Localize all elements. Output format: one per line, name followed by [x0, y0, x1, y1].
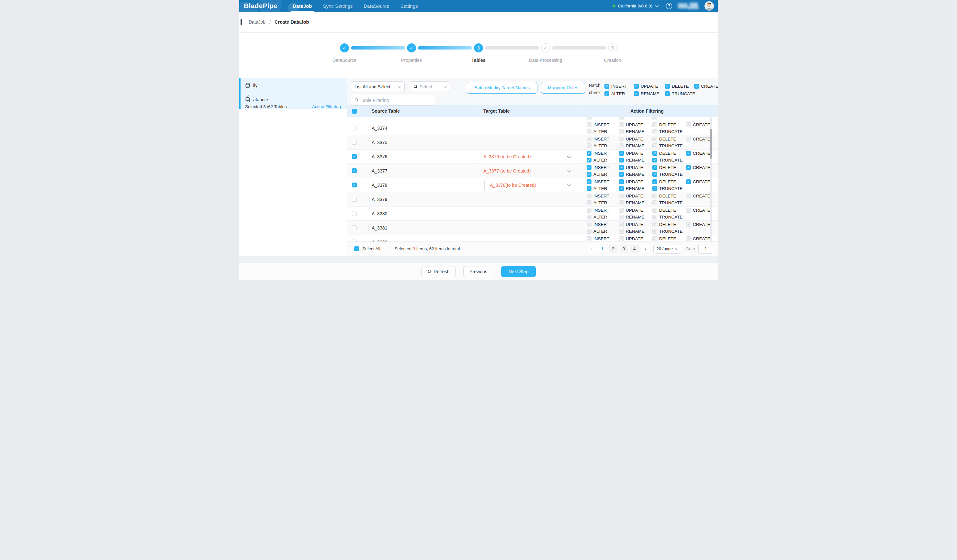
source-table-cell: A_3377 — [362, 164, 475, 178]
wizard-step-datasource: DataSource — [340, 43, 407, 78]
action-checkbox-truncate[interactable] — [652, 172, 657, 177]
row-checkbox[interactable] — [352, 197, 357, 202]
breadcrumb-separator: / — [269, 19, 271, 25]
action-checkbox-update[interactable] — [619, 151, 624, 156]
action-checkbox-update[interactable] — [634, 84, 639, 89]
action-item-insert: INSERT — [605, 84, 634, 89]
action-checkbox-update — [619, 194, 624, 199]
table-filter-input[interactable]: Table Filtering — [351, 95, 435, 106]
row-checkbox[interactable] — [352, 225, 357, 230]
schema-select[interactable]: Select — [410, 81, 450, 92]
pagination-next-button[interactable]: › — [641, 245, 649, 253]
action-checkbox-create — [686, 194, 691, 199]
pagination-page-3[interactable]: 3 — [620, 245, 628, 253]
page-size-select[interactable]: 20 /page — [653, 244, 681, 254]
help-icon[interactable]: ? — [666, 3, 672, 9]
pagination-pages: 1234 — [596, 245, 639, 253]
action-checkbox-create[interactable] — [686, 179, 691, 184]
action-checkbox-label: ALTER — [594, 186, 607, 191]
action-checkbox-insert[interactable] — [587, 179, 592, 184]
action-line-1: INSERTUPDATEDELETECREATE — [587, 178, 718, 185]
action-item-delete: DELETE — [652, 179, 686, 184]
target-table-select[interactable]: A_3378(to be Created) — [484, 179, 574, 191]
row-checkbox[interactable] — [352, 240, 357, 241]
row-checkbox[interactable] — [352, 183, 357, 188]
action-item-delete: DELETE — [652, 222, 686, 227]
step-circle[interactable] — [340, 43, 349, 52]
environment-label[interactable]: California (v0.6.0) — [618, 3, 652, 8]
action-checkbox-delete[interactable] — [665, 84, 670, 89]
action-checkbox-alter[interactable] — [605, 91, 609, 96]
action-checkbox-truncate[interactable] — [652, 158, 657, 162]
action-checkbox-delete[interactable] — [652, 179, 657, 184]
chevron-down-icon[interactable] — [655, 3, 659, 7]
action-checkbox-label: UPDATE — [626, 122, 643, 127]
avatar[interactable] — [704, 1, 714, 11]
step-circle[interactable] — [407, 43, 416, 52]
pagination-page-1[interactable]: 1 — [598, 245, 607, 253]
action-checkbox-create[interactable] — [686, 165, 691, 170]
select-all-checkbox[interactable] — [354, 246, 359, 251]
action-checkbox-insert[interactable] — [605, 84, 609, 89]
navbar-menu: DataJobSync SettingsDataSourceSettings — [288, 0, 424, 12]
action-checkbox-delete — [652, 137, 657, 142]
action-checkbox-delete[interactable] — [652, 165, 657, 170]
target-table-cell: A_3378(to be Created) — [475, 178, 576, 192]
list-mode-select[interactable]: List All and Select ... — [351, 81, 405, 92]
step-circle[interactable]: 4 — [541, 43, 550, 52]
vertical-scrollbar[interactable] — [710, 117, 712, 241]
action-checkbox-rename[interactable] — [634, 91, 639, 96]
action-checkbox-update — [619, 137, 624, 142]
refresh-button[interactable]: ↻ Refresh — [421, 266, 456, 277]
action-filtering-cell: INSERTUPDATEDELETECREATEALTERRENAMETRUNC… — [576, 235, 718, 241]
action-checkbox-create[interactable] — [686, 151, 691, 156]
next-step-button[interactable]: Next Step — [501, 266, 536, 277]
step-circle[interactable]: 3 — [474, 43, 483, 52]
batch-modify-target-names-button[interactable]: Batch Modify Target Names — [467, 82, 537, 93]
goto-page-input[interactable] — [698, 244, 713, 254]
breadcrumb-parent[interactable]: DataJob — [249, 19, 265, 25]
step-circle[interactable]: 5 — [608, 43, 617, 52]
action-checkbox-rename — [619, 215, 624, 219]
scrollbar-thumb[interactable] — [710, 129, 712, 159]
action-filtering-link[interactable]: Action Filtering — [312, 104, 341, 109]
action-checkbox-alter[interactable] — [587, 172, 592, 177]
pagination-page-2[interactable]: 2 — [609, 245, 617, 253]
action-checkbox-rename[interactable] — [619, 158, 624, 162]
action-checkbox-rename[interactable] — [619, 186, 624, 191]
action-item-alter: ALTER — [587, 229, 619, 234]
action-checkbox-truncate[interactable] — [652, 186, 657, 191]
action-checkbox-update[interactable] — [619, 179, 624, 184]
nav-item-sync-settings[interactable]: Sync Settings — [318, 0, 357, 12]
nav-item-datajob[interactable]: DataJob — [288, 0, 317, 12]
action-checkbox-update[interactable] — [619, 165, 624, 170]
action-checkbox-delete[interactable] — [652, 151, 657, 156]
pagination-page-4[interactable]: 4 — [630, 245, 639, 253]
source-table-name: A_3377 — [372, 168, 387, 174]
action-checkbox-create[interactable] — [694, 84, 699, 89]
row-checkbox[interactable] — [352, 211, 357, 216]
row-checkbox[interactable] — [352, 154, 357, 159]
username-blurred[interactable] — [678, 3, 700, 9]
target-table-header: Target Table — [475, 105, 576, 117]
nav-item-settings[interactable]: Settings — [395, 0, 423, 12]
target-table-cell — [475, 192, 576, 206]
chevron-down-icon[interactable] — [567, 153, 570, 159]
nav-item-datasource[interactable]: DataSource — [359, 0, 394, 12]
action-checkbox-rename[interactable] — [619, 172, 624, 177]
action-checkbox-alter[interactable] — [587, 186, 592, 191]
row-checkbox[interactable] — [352, 126, 357, 131]
row-checkbox[interactable] — [352, 168, 357, 173]
action-checkbox-label: CREATE — [693, 208, 710, 213]
action-checkbox-insert[interactable] — [587, 151, 592, 156]
action-checkbox-insert[interactable] — [587, 165, 592, 170]
chevron-down-icon[interactable] — [567, 167, 570, 173]
source-table-name: A_3379 — [372, 197, 387, 202]
action-checkbox-alter[interactable] — [587, 158, 592, 162]
mapping-rules-button[interactable]: Mapping Rules — [541, 82, 585, 93]
row-checkbox[interactable] — [352, 140, 357, 145]
action-checkbox-truncate[interactable] — [665, 91, 670, 96]
previous-button[interactable]: Previous — [463, 266, 493, 277]
select-all-header-checkbox[interactable] — [352, 109, 357, 114]
pagination-prev-button[interactable]: ‹ — [587, 245, 596, 253]
